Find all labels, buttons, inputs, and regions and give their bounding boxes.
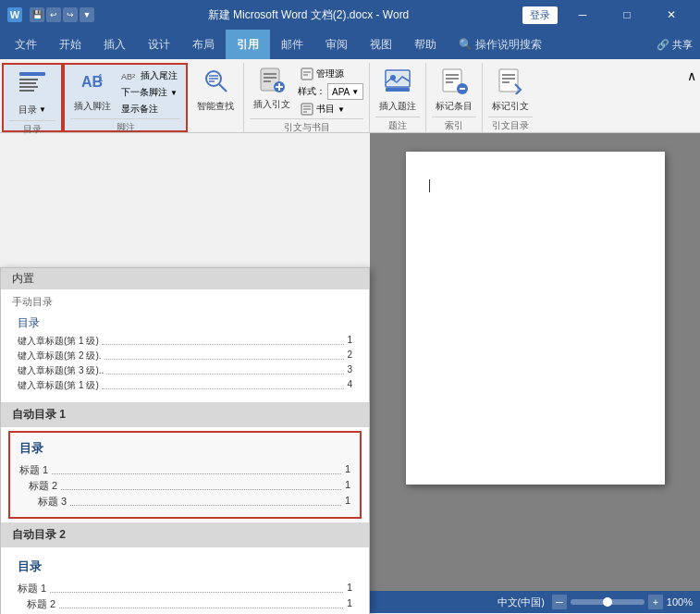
- index-group: 标记条目 索引: [426, 63, 483, 132]
- insert-footnote-button[interactable]: AB 1 插入脚注: [70, 67, 115, 115]
- manual-toc-line-1: 键入章标题(第 1 级)1: [18, 334, 352, 349]
- tab-tell-me[interactable]: 🔍操作说明搜索: [448, 30, 553, 59]
- customize-quick-access[interactable]: ▼: [80, 7, 94, 22]
- zoom-slider-thumb: [603, 597, 612, 607]
- window-title: 新建 Microsoft Word 文档(2).docx - Word: [94, 7, 522, 23]
- citations-index-label: 引文目录: [488, 117, 533, 134]
- show-notes-button[interactable]: 显示备注: [118, 102, 180, 117]
- auto-toc-1-heading: 目录: [19, 440, 350, 457]
- smart-lookup-button[interactable]: 智能查找: [193, 65, 238, 115]
- auto-toc-1-line-3: 标题 31: [19, 494, 350, 510]
- svg-rect-4: [19, 90, 34, 92]
- insert-citation-button[interactable]: 插入引文: [250, 65, 294, 113]
- footnote-sub-buttons: AB² 插入尾注 下一条脚注 ▼ 显示备注: [118, 68, 180, 117]
- index-content: 标记条目: [432, 63, 476, 117]
- window-controls: ─ □ ✕: [561, 0, 693, 30]
- minimize-button[interactable]: ─: [561, 0, 604, 30]
- undo-button[interactable]: ↩: [46, 7, 61, 22]
- tab-insert[interactable]: 插入: [92, 30, 137, 59]
- zoom-in-button[interactable]: +: [648, 595, 663, 609]
- svg-rect-29: [386, 88, 410, 92]
- zoom-out-button[interactable]: ─: [552, 595, 567, 609]
- tab-view[interactable]: 视图: [359, 30, 403, 59]
- svg-rect-0: [19, 72, 45, 76]
- auto-toc-1-line-2: 标题 21: [19, 478, 350, 494]
- auto-toc-1-item[interactable]: 目录 标题 11 标题 21 标题 31: [8, 431, 362, 519]
- manage-sources-button[interactable]: 管理源: [298, 67, 363, 81]
- document-area: [370, 133, 700, 591]
- style-dropdown[interactable]: APA ▼: [327, 83, 363, 100]
- bibliography-arrow: ▼: [338, 105, 345, 114]
- share-button[interactable]: 🔗 共享: [657, 38, 693, 52]
- smart-lookup-content: 智能查找: [193, 63, 238, 117]
- toc-dropdown-arrow: ▼: [39, 105, 46, 114]
- login-button[interactable]: 登录: [522, 6, 558, 24]
- mark-citation-button[interactable]: 标记引文: [488, 65, 533, 115]
- maximize-button[interactable]: □: [606, 0, 648, 30]
- manual-toc-item[interactable]: 手动目录 目录 键入章标题(第 1 级)1 键入章标题(第 2 级).2 键入章…: [1, 289, 369, 402]
- svg-rect-37: [499, 69, 518, 92]
- manual-toc-line-4: 键入章标题(第 1 级)4: [18, 378, 352, 393]
- insert-citation-icon: [259, 67, 285, 96]
- language-indicator[interactable]: 中文(中国): [497, 596, 545, 609]
- auto-toc-2-heading: 目录: [18, 559, 352, 575]
- toc-group: 目录 ▼ 目录: [2, 63, 63, 132]
- quick-access-toolbar: 💾 ↩ ↪ ▼: [30, 7, 94, 22]
- bibliography-button[interactable]: 书目 ▼: [298, 102, 363, 117]
- tab-file[interactable]: 文件: [4, 30, 48, 59]
- toc-label: 目录: [18, 104, 37, 117]
- redo-button[interactable]: ↪: [63, 7, 78, 22]
- tab-design[interactable]: 设计: [137, 30, 181, 59]
- manual-toc-preview: 目录 键入章标题(第 1 级)1 键入章标题(第 2 级).2 键入章标题(第 …: [12, 312, 358, 397]
- svg-rect-3: [19, 86, 38, 88]
- insert-caption-icon: [384, 67, 411, 98]
- collapse-ribbon-button[interactable]: ∧: [685, 67, 698, 85]
- main-area: 内置 手动目录 目录 键入章标题(第 1 级)1 键入章标题(第 2 级).2 …: [0, 133, 700, 591]
- app-icon: W: [7, 7, 22, 22]
- title-bar-left: W 💾 ↩ ↪ ▼: [7, 7, 94, 22]
- citations-index-content: 标记引文: [488, 63, 533, 117]
- tab-home[interactable]: 开始: [48, 30, 92, 59]
- next-footnote-button[interactable]: 下一条脚注 ▼: [118, 85, 180, 100]
- svg-rect-1: [19, 79, 38, 80]
- tab-layout[interactable]: 布局: [181, 30, 226, 59]
- manual-toc-line-2: 键入章标题(第 2 级).2: [18, 349, 352, 363]
- title-bar: W 💾 ↩ ↪ ▼ 新建 Microsoft Word 文档(2).docx -…: [0, 0, 700, 30]
- style-selector: 样式： APA ▼: [298, 83, 363, 100]
- citations-sub: 管理源 样式： APA ▼ 书目 ▼: [298, 67, 363, 117]
- manual-toc-title: 目录: [18, 315, 352, 331]
- mark-entry-button[interactable]: 标记条目: [432, 65, 476, 115]
- manage-sources-label: 管理源: [316, 68, 344, 80]
- close-button[interactable]: ✕: [650, 0, 693, 30]
- footnote-group: AB 1 插入脚注 AB² 插入尾注 下一条脚注 ▼ 显示备注: [63, 63, 188, 132]
- captions-group-label: 题注: [375, 117, 420, 134]
- svg-rect-2: [19, 82, 36, 84]
- auto-toc-1-label: 自动目录 1: [1, 405, 369, 424]
- document-page[interactable]: [406, 152, 665, 485]
- toc-button[interactable]: 目录 ▼: [9, 67, 55, 118]
- svg-rect-20: [301, 68, 313, 80]
- tab-help[interactable]: 帮助: [403, 30, 448, 59]
- index-group-label: 索引: [432, 117, 476, 134]
- title-bar-right: 登录 ─ □ ✕: [522, 0, 693, 30]
- save-button[interactable]: 💾: [30, 7, 44, 22]
- manual-toc-line-3: 键入章标题(第 3 级)..3: [18, 363, 352, 378]
- toc-dropdown-panel: 内置 手动目录 目录 键入章标题(第 1 级)1 键入章标题(第 2 级).2 …: [0, 267, 370, 614]
- builtin-section-header: 内置: [1, 268, 369, 289]
- insert-citation-label: 插入引文: [253, 98, 290, 111]
- citations-group: 插入引文 管理源 样式： APA ▼ 书目 ▼: [244, 63, 370, 132]
- tab-mailings[interactable]: 邮件: [270, 30, 314, 59]
- toc-icon: [18, 68, 47, 102]
- auto-toc-2-item[interactable]: 目录 标题 11 标题 21 标题 31: [8, 551, 362, 614]
- insert-endnote-button[interactable]: AB² 插入尾注: [118, 68, 180, 83]
- captions-content: 插入题注: [375, 63, 420, 117]
- tab-review[interactable]: 审阅: [314, 30, 359, 59]
- ribbon-toolbar: 目录 ▼ 目录 AB 1 插入脚注 AB² 插入尾注: [0, 59, 700, 133]
- ribbon-collapse-area: ∧: [685, 63, 698, 132]
- tab-references[interactable]: 引用: [226, 30, 270, 59]
- zoom-slider[interactable]: [571, 599, 645, 605]
- svg-text:AB²: AB²: [121, 72, 135, 81]
- mark-citation-label: 标记引文: [492, 100, 529, 113]
- insert-caption-button[interactable]: 插入题注: [375, 65, 420, 115]
- insert-footnote-label: 插入脚注: [74, 100, 111, 113]
